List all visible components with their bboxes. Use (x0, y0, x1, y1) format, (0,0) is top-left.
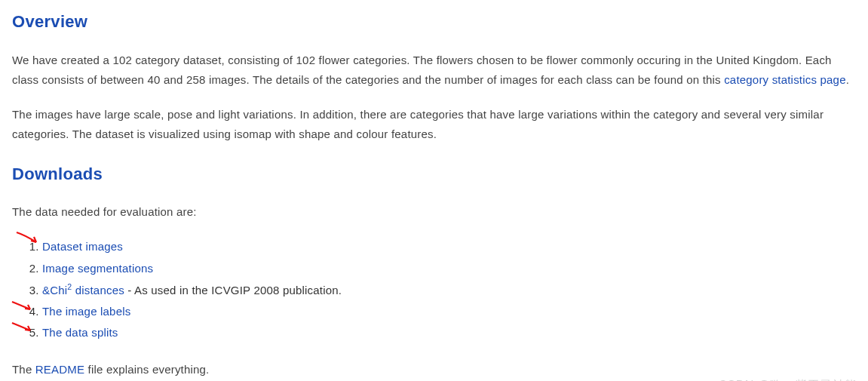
dataset-images-link[interactable]: Dataset images (42, 240, 123, 253)
overview-heading: Overview (12, 8, 856, 37)
downloads-intro: The data needed for evaluation are: (12, 202, 856, 222)
downloads-heading: Downloads (12, 160, 856, 189)
downloads-list: Dataset images Image segmentations &Chi2… (12, 237, 856, 343)
text: - As used in the ICVGIP 2008 publication… (124, 284, 342, 297)
list-item: Dataset images (42, 237, 856, 257)
overview-paragraph-2: The images have large scale, pose and li… (12, 105, 856, 145)
image-segmentations-link[interactable]: Image segmentations (42, 262, 153, 275)
chi2-distances-link[interactable]: &Chi2 distances (42, 284, 124, 297)
text: We have created a 102 category dataset, … (12, 54, 832, 86)
readme-link[interactable]: README (35, 363, 84, 376)
readme-line: The README file explains everything. (12, 360, 856, 379)
list-item: &Chi2 distances - As used in the ICVGIP … (42, 280, 856, 300)
text: distances (72, 284, 124, 297)
text: The (12, 363, 35, 376)
list-item: The image labels (42, 302, 856, 321)
image-labels-link[interactable]: The image labels (42, 305, 130, 318)
text: . (846, 73, 849, 86)
category-statistics-link[interactable]: category statistics page (724, 73, 846, 86)
text: file explains everything. (84, 363, 209, 376)
text: &Chi (42, 284, 67, 297)
list-item: Image segmentations (42, 259, 856, 278)
overview-paragraph-1: We have created a 102 category dataset, … (12, 51, 856, 91)
list-item: The data splits (42, 323, 856, 343)
data-splits-link[interactable]: The data splits (42, 326, 118, 339)
